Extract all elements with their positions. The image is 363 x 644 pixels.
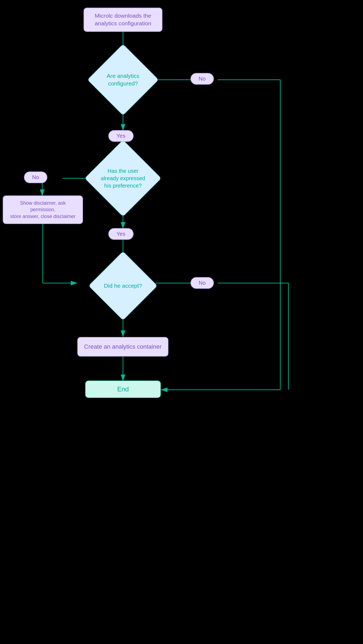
- decision3-node: Did he accept?: [77, 261, 169, 310]
- no2-label: No: [32, 174, 39, 180]
- no3-label: No: [199, 280, 206, 286]
- no3-pill: No: [190, 277, 214, 289]
- no1-label: No: [199, 76, 206, 82]
- disclaimer-label: Show disclaimer, ask permission, store a…: [8, 200, 78, 220]
- decision1-diamond: [87, 44, 159, 115]
- create-label: Create an analytics container: [84, 343, 162, 351]
- create-node: Create an analytics container: [77, 337, 168, 357]
- decision2-diamond: [85, 140, 162, 217]
- yes1-label: Yes: [116, 133, 125, 139]
- diagram-container: Microlc downloads the analytics configur…: [0, 0, 363, 644]
- yes2-label: Yes: [116, 231, 125, 237]
- decision1-node: Are analyticsconfigured?: [77, 54, 169, 105]
- decision2-node: Has the useralready expressedhis prefere…: [71, 151, 175, 206]
- no2-pill: No: [24, 171, 47, 183]
- end-node: End: [85, 381, 161, 398]
- yes1-pill: Yes: [108, 130, 134, 142]
- yes2-pill: Yes: [108, 228, 134, 240]
- disclaimer-node: Show disclaimer, ask permission, store a…: [3, 195, 83, 224]
- start-label: Microlc downloads the analytics configur…: [95, 12, 151, 27]
- start-node: Microlc downloads the analytics configur…: [84, 8, 162, 32]
- flow-lines: [0, 0, 363, 644]
- end-label: End: [117, 385, 129, 394]
- no1-pill: No: [190, 73, 214, 85]
- decision3-diamond: [88, 251, 158, 321]
